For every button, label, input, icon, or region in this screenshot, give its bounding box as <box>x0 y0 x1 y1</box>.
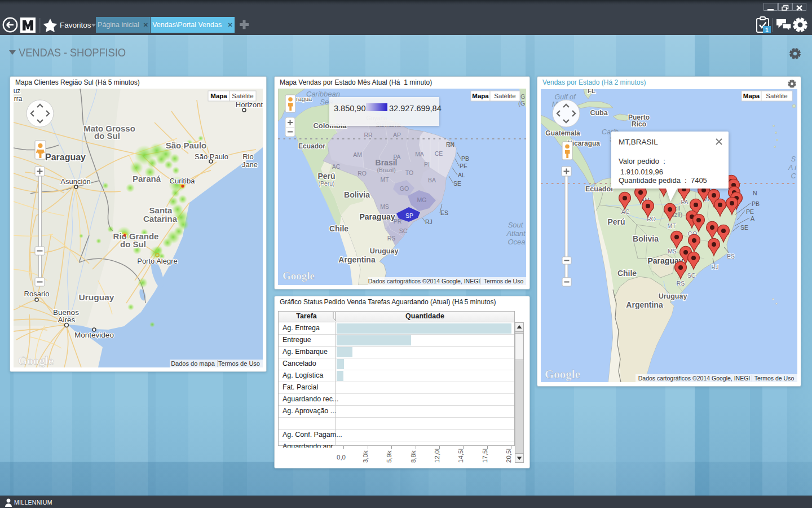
svg-text:FL: FL <box>588 89 595 94</box>
svg-text:Mapa: Mapa <box>472 93 489 99</box>
svg-text:PE: PE <box>460 163 467 169</box>
svg-text:Perú: Perú <box>607 217 625 226</box>
svg-text:C: C <box>791 172 796 180</box>
svg-text:A: A <box>751 215 754 222</box>
svg-text:Asunción: Asunción <box>60 177 90 186</box>
svg-text:rra: rra <box>14 95 23 103</box>
svg-text:A i: A i <box>788 164 797 172</box>
svg-text:RR: RR <box>364 132 373 138</box>
svg-text:MT: MT <box>667 222 676 229</box>
svg-text:Bolivia: Bolivia <box>633 234 659 243</box>
svg-text:Uruguay: Uruguay <box>370 247 399 255</box>
svg-text:MA: MA <box>415 151 424 157</box>
svg-text:Google: Google <box>18 354 54 367</box>
svg-text:AC: AC <box>621 208 630 215</box>
svg-text:ragua: ragua <box>296 95 312 102</box>
svg-text:32.927.699,84: 32.927.699,84 <box>389 104 442 113</box>
svg-text:Ecuador: Ecuador <box>298 142 325 150</box>
svg-text:uz: uz <box>14 89 20 95</box>
svg-text:Dados do mapa: Dados do mapa <box>171 360 215 367</box>
svg-text:PI: PI <box>424 161 430 168</box>
svg-text:Ecuador: Ecuador <box>585 185 614 193</box>
svg-text:S: S <box>791 155 796 163</box>
svg-text:1.910.019,96: 1.910.019,96 <box>620 168 663 176</box>
svg-text:AL: AL <box>458 172 465 178</box>
svg-text:Mapa: Mapa <box>210 93 227 99</box>
svg-text:CE: CE <box>435 150 443 157</box>
svg-text:SC: SC <box>687 272 696 279</box>
svg-text:3.850,90: 3.850,90 <box>334 104 365 113</box>
svg-text:Google: Google <box>283 270 315 282</box>
svg-text:Atlant: Atlant <box>506 229 526 238</box>
svg-text:MT,BRASIL: MT,BRASIL <box>619 138 658 146</box>
svg-text:Argentina: Argentina <box>626 300 663 309</box>
svg-text:N: N <box>753 190 757 196</box>
svg-text:Bolivia: Bolivia <box>344 190 370 199</box>
svg-text:RS: RS <box>387 235 396 242</box>
svg-text:Paraná: Paraná <box>133 174 161 183</box>
svg-text:Chile: Chile <box>617 269 637 278</box>
svg-text:ES: ES <box>440 209 448 216</box>
svg-text:Rico: Rico <box>632 120 646 128</box>
svg-text:do Sul: do Sul <box>120 239 146 249</box>
svg-text:RJ: RJ <box>712 264 719 270</box>
svg-text:PE: PE <box>746 208 754 215</box>
svg-text:AM: AM <box>353 151 362 158</box>
svg-text:SE: SE <box>740 224 748 231</box>
svg-text:Paraguay: Paraguay <box>359 212 395 221</box>
svg-text:AP: AP <box>393 132 401 138</box>
svg-text:Valor pedido :: Valor pedido : <box>619 157 665 165</box>
svg-text:Perú: Perú <box>317 172 335 181</box>
svg-text:1: 1 <box>765 27 769 33</box>
svg-text:MS: MS <box>668 248 677 255</box>
svg-text:AC: AC <box>332 163 341 170</box>
svg-text:PA: PA <box>393 154 400 160</box>
svg-text:Uruguay: Uruguay <box>79 292 114 302</box>
svg-text:SP: SP <box>405 212 413 219</box>
svg-text:Satélite: Satélite <box>494 93 515 99</box>
svg-text:Ocea: Ocea <box>508 238 525 246</box>
svg-text:Guatemala: Guatemala <box>545 129 580 137</box>
svg-text:GO: GO <box>400 185 409 192</box>
svg-text:PR: PR <box>394 218 402 225</box>
svg-text:Satélite: Satélite <box>232 93 253 99</box>
svg-text:Termos de Uso: Termos de Uso <box>754 375 795 382</box>
svg-text:G: G <box>520 93 526 100</box>
svg-text:PB: PB <box>461 155 469 162</box>
svg-text:Termos de Uso: Termos de Uso <box>484 278 524 284</box>
svg-text:MT: MT <box>380 176 389 183</box>
svg-text:Catarina: Catarina <box>143 214 178 224</box>
svg-text:do Sul: do Sul <box>94 131 120 141</box>
svg-text:Dados cartográficos ©2014 Goog: Dados cartográficos ©2014 Google, INEGI <box>368 278 480 284</box>
svg-text:SE: SE <box>453 180 461 187</box>
svg-text:Rosario: Rosario <box>24 290 50 298</box>
svg-text:Sout: Sout <box>508 221 524 229</box>
svg-text:Paraguay: Paraguay <box>45 152 86 162</box>
svg-text:Rio: Rio <box>242 152 254 161</box>
svg-text:(Peru): (Peru) <box>318 180 334 187</box>
svg-text:Dados cartográficos ©2014 Goog: Dados cartográficos ©2014 Google, INEGI <box>638 375 751 382</box>
svg-text:(Brazil): (Brazil) <box>377 167 395 173</box>
svg-text:RS: RS <box>677 280 685 287</box>
svg-text:Jane: Jane <box>242 160 258 169</box>
svg-text:Aires: Aires <box>58 316 76 324</box>
svg-text:RN: RN <box>446 141 454 148</box>
svg-text:Cuba: Cuba <box>590 109 608 117</box>
svg-text:Satélite: Satélite <box>766 93 787 99</box>
svg-text:MS: MS <box>380 203 389 210</box>
svg-text:MG: MG <box>417 196 427 203</box>
svg-text:BA: BA <box>428 177 436 183</box>
svg-text:São Paulo: São Paulo <box>166 141 207 150</box>
svg-text:RJ: RJ <box>425 218 433 225</box>
svg-text:PB: PB <box>752 200 760 207</box>
svg-text:Argentina: Argentina <box>338 255 376 264</box>
svg-text:Uruguay: Uruguay <box>659 292 687 300</box>
svg-text:SC: SC <box>399 227 408 234</box>
svg-text:ES: ES <box>727 253 735 260</box>
svg-text:Porto Alegre: Porto Alegre <box>137 257 178 265</box>
svg-text:Montevideo: Montevideo <box>74 331 114 339</box>
svg-text:RO: RO <box>358 170 367 177</box>
svg-text:Curitiba: Curitiba <box>170 177 196 185</box>
svg-text:Favoritos: Favoritos <box>60 21 91 29</box>
svg-text:Horizont: Horizont <box>236 100 263 109</box>
